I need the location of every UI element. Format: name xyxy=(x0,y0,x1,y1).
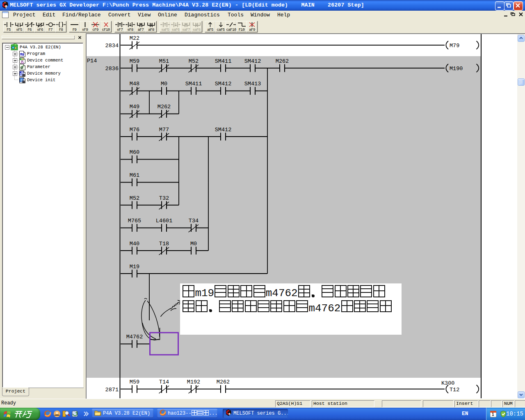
svg-text:M49: M49 xyxy=(130,104,139,110)
svg-text:M79: M79 xyxy=(450,43,459,49)
svg-text:T12: T12 xyxy=(450,387,459,393)
svg-text:L4601: L4601 xyxy=(156,218,173,224)
svg-text:M61: M61 xyxy=(130,172,139,178)
svg-text:2836: 2836 xyxy=(105,66,119,72)
svg-text:M262: M262 xyxy=(276,58,289,64)
svg-text:SM412: SM412 xyxy=(215,127,232,133)
svg-text:M192: M192 xyxy=(187,379,200,385)
svg-text:M765: M765 xyxy=(128,218,141,224)
svg-text:T14: T14 xyxy=(159,379,169,385)
svg-text:M262: M262 xyxy=(158,104,171,110)
svg-text:P14: P14 xyxy=(87,58,97,64)
svg-text:SM411: SM411 xyxy=(215,58,232,64)
svg-text:SM412: SM412 xyxy=(244,58,261,64)
svg-text:M190: M190 xyxy=(450,66,463,72)
svg-text:T18: T18 xyxy=(159,241,169,247)
svg-text:M52: M52 xyxy=(130,195,139,201)
svg-text:M60: M60 xyxy=(130,149,139,155)
svg-text:M19: M19 xyxy=(130,264,139,270)
svg-text:M59: M59 xyxy=(130,379,139,385)
svg-text:T34: T34 xyxy=(189,218,199,224)
svg-text:SM411: SM411 xyxy=(185,81,202,87)
svg-text:M77: M77 xyxy=(159,127,169,133)
svg-text:M59: M59 xyxy=(130,58,139,64)
svg-text:2871: 2871 xyxy=(105,387,119,393)
svg-text:K300: K300 xyxy=(441,380,454,386)
svg-text:M76: M76 xyxy=(130,127,139,133)
svg-text:2834: 2834 xyxy=(105,43,119,49)
svg-text:1: 1 xyxy=(492,412,494,417)
svg-text:M4762: M4762 xyxy=(126,334,143,340)
svg-text:M0: M0 xyxy=(161,81,167,87)
svg-text:M48: M48 xyxy=(130,81,139,87)
svg-text:M51: M51 xyxy=(159,58,169,64)
svg-text:M0: M0 xyxy=(190,241,197,247)
svg-text:M52: M52 xyxy=(189,58,199,64)
svg-text:M22: M22 xyxy=(130,35,139,41)
svg-text:M40: M40 xyxy=(130,241,139,247)
svg-text:SM413: SM413 xyxy=(244,81,261,87)
svg-text:M262: M262 xyxy=(217,379,230,385)
svg-text:SM412: SM412 xyxy=(215,81,232,87)
svg-text:T32: T32 xyxy=(159,195,169,201)
